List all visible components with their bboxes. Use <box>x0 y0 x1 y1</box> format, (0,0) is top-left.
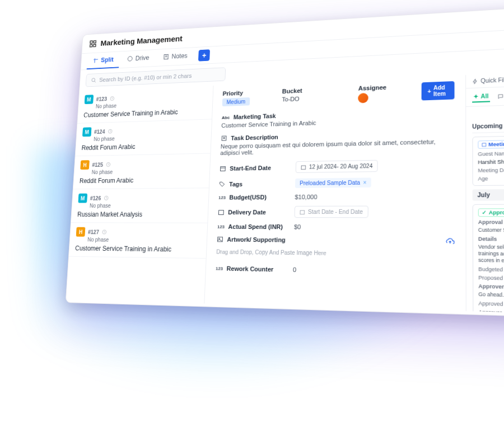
bucket-label: Bucket <box>282 87 302 95</box>
date-label: Start-End Date <box>230 164 271 171</box>
priority-badge: M <box>82 127 92 137</box>
comment-icon <box>497 93 503 100</box>
spend-label: Actual Spend (INR) <box>228 223 283 230</box>
page-title: Marketing Management <box>100 34 183 48</box>
search-input[interactable]: Search by ID (e.g. #10) or min 2 chars <box>86 67 226 87</box>
assignee-label: Assignee <box>358 84 386 92</box>
svg-rect-21 <box>218 210 223 214</box>
priority-badge: H <box>76 227 86 237</box>
svg-point-4 <box>128 57 132 62</box>
rework-value[interactable]: 0 <box>293 266 297 273</box>
spend-value[interactable]: $0 <box>294 223 301 230</box>
item-title: Customer Service Training in Arabic <box>75 245 200 254</box>
list-item[interactable]: M#124 No phase Reddit Forum Arabic <box>75 119 212 156</box>
calendar-icon <box>301 164 306 170</box>
item-title: Reddit Forum Arabic <box>80 176 203 185</box>
detail-panel: Priority Medium Bucket To-DO Assignee +A… <box>204 75 465 311</box>
clock-icon <box>108 129 113 134</box>
svg-rect-2 <box>90 44 92 46</box>
clock-icon <box>110 96 115 101</box>
rework-label: Rework Counter <box>227 265 274 273</box>
image-icon <box>217 236 223 243</box>
svg-rect-1 <box>94 40 96 43</box>
task-label: Marketing Task <box>234 112 276 120</box>
quick-filter-button[interactable]: Quick Filter <box>472 77 504 85</box>
date-picker[interactable]: 12 jul 2024- 20 Aug 2024 <box>296 160 378 173</box>
delivery-label: Delivery Date <box>228 209 266 215</box>
tab-comment[interactable]: Comment <box>496 90 504 102</box>
remove-tag-icon[interactable]: × <box>363 180 366 186</box>
dropzone-hint[interactable]: Drag and Drop, Copy And Paste Image Here <box>216 249 454 257</box>
clock-icon <box>104 195 109 200</box>
tags-label: Tags <box>229 181 242 187</box>
clock-icon <box>102 229 107 235</box>
activity-panel: Quick Filter Filter ⇅ So ✦ All Comment C… <box>465 69 504 316</box>
svg-rect-3 <box>94 44 96 46</box>
list-item[interactable]: H#125 No phase Reddit Forum Arabic <box>73 153 211 189</box>
grid-icon <box>89 39 97 48</box>
item-title: Customer Service Training in Arabic <box>83 107 206 119</box>
item-list: M#123 No phase Customer Service Training… <box>66 86 214 303</box>
priority-label: Priority <box>222 90 250 97</box>
calendar-icon <box>220 165 226 172</box>
assignee-avatar[interactable] <box>358 93 368 103</box>
approval-badge: ✓ Approval Request <box>478 208 504 217</box>
bolt-icon <box>472 78 478 85</box>
notes-icon <box>163 54 169 60</box>
priority-badge: M <box>78 194 87 203</box>
calendar-icon <box>300 209 305 214</box>
add-tab-button[interactable]: + <box>198 49 210 61</box>
description-label: Task Description <box>231 134 278 142</box>
item-title: Reddit Forum Arabic <box>81 142 204 152</box>
upload-icon[interactable] <box>446 237 455 245</box>
description-icon <box>221 135 227 142</box>
budget-label: Budget(USD) <box>229 194 267 200</box>
item-title: Russian Market Analysis <box>77 210 202 218</box>
calendar-icon <box>482 142 487 147</box>
tab-split[interactable]: Split <box>87 51 120 69</box>
add-item-button[interactable]: +Add Item <box>422 81 455 101</box>
drive-icon <box>127 55 133 62</box>
artwork-label: Artwork/ Supporting <box>227 236 286 243</box>
budget-value[interactable]: $10,000 <box>295 194 317 200</box>
bucket-value[interactable]: To-DO <box>282 95 302 102</box>
svg-rect-0 <box>90 41 92 43</box>
app-window: Marketing Management Split Drive Notes +… <box>66 2 504 320</box>
meeting-badge: Meeting <box>478 140 504 149</box>
split-icon <box>92 57 99 63</box>
meeting-widget[interactable]: MeetingBy Harshit Sharma24 J Guest Name … <box>472 134 504 186</box>
tab-drive[interactable]: Drive <box>121 50 156 68</box>
list-item[interactable]: H#127 No phase Customer Service Training… <box>69 223 207 259</box>
svg-line-9 <box>94 81 96 82</box>
svg-rect-15 <box>222 136 226 140</box>
list-item[interactable]: M#126 No phase Russian Market Analysis <box>71 188 209 223</box>
clock-icon <box>106 162 111 167</box>
svg-rect-26 <box>482 143 486 147</box>
month-divider: July <box>473 189 504 201</box>
priority-value[interactable]: Medium <box>222 97 250 106</box>
tab-all[interactable]: ✦ All <box>472 91 490 103</box>
upcoming-overdue-header: Upcoming & Overdue <box>472 117 504 134</box>
tag-icon <box>219 181 226 187</box>
svg-rect-22 <box>300 210 305 214</box>
svg-rect-18 <box>221 166 226 171</box>
tab-notes[interactable]: Notes <box>157 48 194 66</box>
list-item[interactable]: M#123 No phase Customer Service Training… <box>77 86 213 124</box>
svg-rect-20 <box>301 165 306 169</box>
delivery-date-picker[interactable]: Start Date - End Date <box>294 206 368 218</box>
search-icon <box>91 77 96 83</box>
tag-chip[interactable]: Preloaded Sample Data× <box>295 177 371 188</box>
priority-badge: H <box>80 160 90 170</box>
calendar-icon <box>218 209 225 215</box>
approval-widget[interactable]: ✓ Approval RequestBy Odumbe24 Approval c… <box>473 204 504 315</box>
priority-badge: M <box>85 95 94 104</box>
